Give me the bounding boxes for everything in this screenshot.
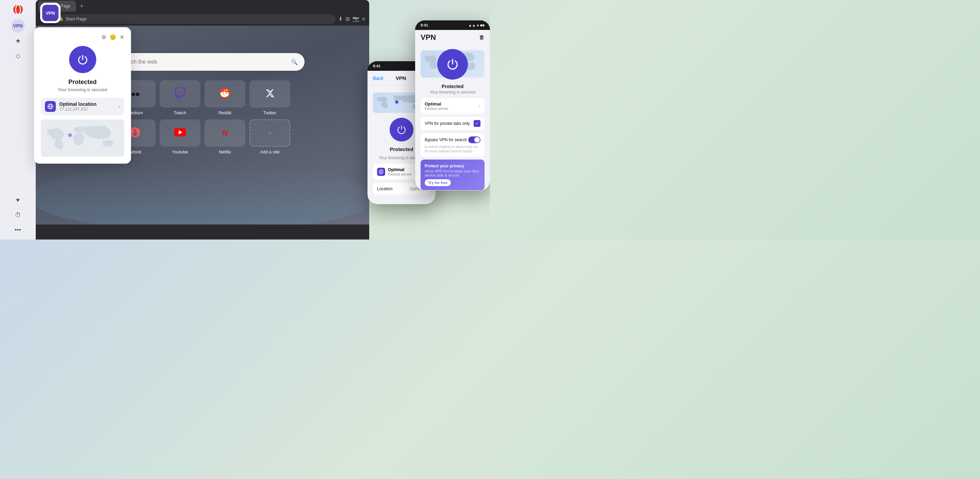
vpn-sidebar-label: VPN	[13, 23, 23, 29]
tab-bar: 🔒 Start Page +	[36, 0, 369, 12]
vpn-globe-icon	[45, 101, 56, 112]
share-icon[interactable]: ⊞	[345, 16, 350, 22]
sidebar-item-more[interactable]: •••	[11, 223, 25, 237]
vpn-badge-button[interactable]: VPN	[40, 3, 60, 23]
phone-location-sub: Fastest server	[388, 172, 412, 176]
phone-right-power-button[interactable]	[437, 49, 468, 80]
bypass-label: Bypass VPN for search	[425, 137, 467, 142]
vpn-map	[41, 119, 124, 157]
vpn-status-subtitle: Your browsing is secured	[41, 87, 124, 92]
bypass-toggle-row: Bypass VPN for search	[425, 137, 480, 143]
vpn-settings-icon[interactable]: ⚙	[102, 34, 106, 40]
svg-point-0	[13, 5, 23, 14]
vpn-badge-label: VPN	[46, 11, 55, 16]
reddit-icon	[220, 88, 231, 100]
private-tabs-checkbox[interactable]: ✓	[474, 120, 480, 127]
speed-dial-netflix[interactable]: N Netflix	[205, 119, 245, 154]
phone-optimal-label: Optimal	[425, 101, 449, 107]
clock-icon: ⏱	[15, 212, 21, 219]
vpn-emoji-icon[interactable]: 🙂	[110, 34, 116, 40]
twitch-tile	[159, 80, 200, 108]
vpn-location-row[interactable]: Optimal location 77.111.247.232 ›	[41, 98, 124, 115]
phone-right-vpn-header	[421, 50, 485, 81]
vpn-popup: ⚙ 🙂 ✕ Protected Your browsing is secured…	[34, 27, 131, 164]
phone-right-header: VPN 🗑	[415, 30, 490, 45]
opera-logo[interactable]	[11, 3, 25, 16]
bypass-description: w search engines to detect your on for m…	[425, 145, 480, 153]
optimal-chevron-icon: ›	[479, 103, 480, 109]
sidebar-item-extensions[interactable]: ◇	[11, 49, 25, 63]
speed-dial-twitch[interactable]: Twitch	[159, 80, 200, 115]
medium-icon: ●●	[131, 89, 140, 99]
vpn-location-name: Optimal location	[59, 101, 115, 107]
try-for-free-button[interactable]: Try for free	[425, 179, 451, 186]
new-tab-button[interactable]: +	[77, 3, 86, 10]
search-placeholder: Search the web	[119, 59, 287, 65]
nav-bar: ‹ › 🔒 Start Page ⬇ ⊞ 📷 ≡	[36, 12, 369, 26]
phone-location-info: Optimal Fastest server	[388, 167, 412, 176]
menu-icon[interactable]: ≡	[362, 16, 365, 22]
phone-globe-icon	[377, 168, 385, 176]
promo-subtitle: nlock VPN Pro to keep your ntire device …	[425, 169, 480, 177]
add-site-tile: +	[250, 119, 290, 146]
sidebar-bottom: ♥ ⏱ •••	[11, 193, 25, 237]
phone-private-tabs-row: VPN for private tabs only ✓	[421, 117, 485, 130]
netflix-icon: N	[222, 129, 228, 137]
sidebar-item-vpn[interactable]: VPN	[11, 19, 25, 33]
speed-dial-reddit[interactable]: Reddit	[205, 80, 245, 115]
phone-right-settings-body: Protected Your browsing is secured Optim…	[415, 45, 490, 191]
address-bar[interactable]: 🔒 Start Page	[55, 14, 336, 24]
search-bar[interactable]: G Search the web 🔍	[100, 53, 305, 71]
phone-optimal-info: Optimal Fastest server	[425, 101, 449, 111]
search-icon: 🔍	[291, 59, 298, 65]
youtube-icon	[174, 128, 186, 138]
camera-icon[interactable]: 📷	[353, 16, 360, 22]
heart-icon: ♥	[16, 197, 20, 204]
phone-right: 9:41 ▲▲ ● ■■ VPN 🗑	[415, 21, 490, 191]
speed-dial-youtube[interactable]: Youtube	[159, 119, 200, 154]
phone-right-status-icons: ▲▲ ● ■■	[468, 23, 485, 27]
phone-right-screen: VPN 🗑	[415, 30, 490, 191]
vpn-badge-inner: VPN	[42, 5, 59, 21]
promo-banner: Protect your privacy nlock VPN Pro to ke…	[421, 159, 485, 190]
vpn-popup-header: ⚙ 🙂 ✕	[41, 34, 124, 40]
reddit-tile	[205, 80, 245, 108]
twitter-tile	[250, 80, 290, 108]
speed-dial-twitter[interactable]: Twitter	[250, 80, 290, 115]
svg-point-4	[223, 93, 224, 94]
power-icon	[76, 53, 89, 66]
svg-point-5	[226, 93, 227, 94]
phone-right-statusbar: 9:41 ▲▲ ● ■■	[415, 21, 490, 30]
speed-dial-add[interactable]: + Add a site	[250, 119, 290, 154]
vpn-status-title: Protected	[41, 79, 124, 86]
reddit-label: Reddit	[218, 110, 231, 115]
phone-fastest-label: Fastest server	[425, 107, 449, 111]
phone-right-title: VPN	[421, 33, 436, 42]
svg-point-15	[379, 170, 383, 174]
phone-right-status: Protected	[421, 84, 485, 89]
sidebar: VPN ★ ◇ ♥ ⏱ •••	[0, 0, 36, 240]
youtube-tile	[159, 119, 200, 146]
toolbar-right: ⬇ ⊞ 📷 ≡	[338, 16, 365, 22]
phone-right-power-wrap	[437, 49, 468, 82]
phone-optimal-row[interactable]: Optimal Fastest server ›	[421, 98, 485, 114]
bypass-toggle[interactable]	[468, 137, 480, 143]
download-icon[interactable]: ⬇	[338, 16, 343, 22]
phone-location-setting-label: Location	[377, 186, 392, 191]
vpn-location-ip: 77.111.247.232	[59, 107, 115, 111]
vpn-power-button[interactable]	[69, 46, 96, 73]
phone-location-label: Optimal	[388, 167, 412, 172]
svg-point-12	[68, 133, 73, 138]
sidebar-item-favorites[interactable]: ♥	[11, 193, 25, 207]
add-icon: +	[267, 128, 272, 138]
trash-icon[interactable]: 🗑	[479, 34, 485, 40]
sidebar-item-history[interactable]: ⏱	[11, 208, 25, 222]
netflix-label: Netflix	[219, 150, 231, 154]
add-site-label: Add a site	[260, 150, 280, 154]
phone-back-button[interactable]: Back	[373, 76, 383, 81]
twitter-label: Twitter	[263, 110, 276, 115]
sidebar-item-stars[interactable]: ★	[11, 34, 25, 48]
vpn-chevron-icon: ›	[118, 103, 120, 110]
phone-left-power-button[interactable]	[390, 118, 414, 142]
vpn-close-button[interactable]: ✕	[120, 34, 124, 40]
